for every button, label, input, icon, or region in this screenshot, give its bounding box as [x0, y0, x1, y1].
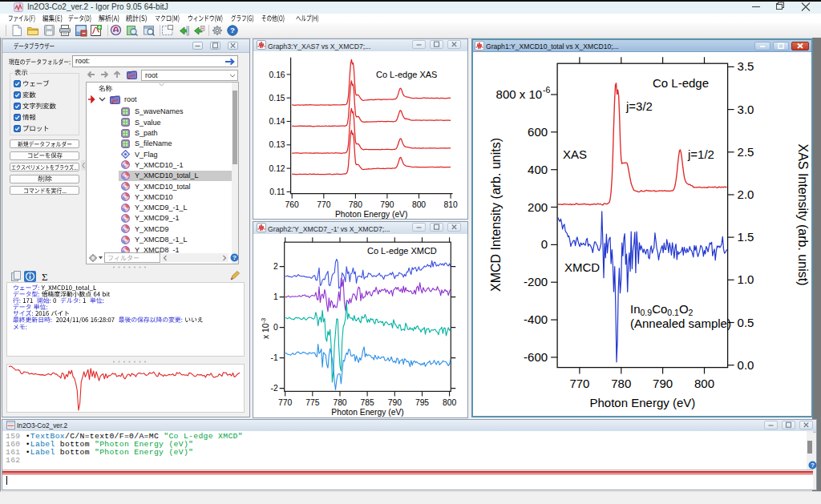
svg-text:0.13: 0.13 [269, 140, 285, 149]
svg-text:1.5: 1.5 [738, 230, 754, 244]
svg-text:800 x 10: 800 x 10 [496, 87, 543, 101]
svg-text:-600: -600 [524, 350, 548, 364]
svg-text:0.12: 0.12 [269, 164, 285, 173]
svg-text:800: 800 [412, 200, 426, 209]
svg-text:(Annealed sample): (Annealed sample) [630, 317, 731, 330]
svg-text:x 10-3: x 10-3 [260, 318, 270, 339]
svg-text:3.0: 3.0 [738, 103, 754, 116]
svg-text:3.5: 3.5 [738, 59, 754, 73]
svg-text:0.0: 0.0 [738, 358, 754, 372]
svg-text:0: 0 [541, 237, 548, 251]
svg-text:2.5: 2.5 [738, 145, 754, 159]
svg-text:-2: -2 [271, 384, 278, 393]
svg-text:1: 1 [273, 292, 278, 301]
svg-text:Co L-edge: Co L-edge [653, 76, 709, 90]
svg-text:780: 780 [611, 377, 631, 390]
svg-text:Photon Energy (eV): Photon Energy (eV) [335, 210, 407, 219]
svg-text:j=3/2: j=3/2 [625, 99, 653, 113]
svg-text:600: 600 [528, 125, 548, 139]
svg-text:-400: -400 [524, 312, 548, 326]
svg-text:Photon Energy (eV): Photon Energy (eV) [590, 396, 696, 409]
svg-text:XAS: XAS [563, 147, 587, 161]
svg-text:760: 760 [285, 200, 299, 209]
svg-text:770: 770 [569, 377, 589, 390]
svg-text:-1: -1 [271, 353, 278, 362]
svg-text:0.11: 0.11 [269, 187, 285, 196]
svg-text:790: 790 [388, 398, 402, 407]
svg-text:-200: -200 [524, 275, 548, 288]
svg-text:0.15: 0.15 [269, 94, 285, 103]
svg-text:775: 775 [305, 398, 319, 407]
svg-text:?: ? [230, 26, 235, 34]
svg-text:2: 2 [273, 262, 278, 271]
svg-text:1.0: 1.0 [738, 272, 754, 286]
svg-text:770: 770 [278, 398, 292, 407]
svg-text:In0.9Co0.1O2: In0.9Co0.1O2 [630, 302, 694, 317]
svg-text:810: 810 [444, 200, 458, 209]
svg-text:400: 400 [528, 163, 548, 176]
svg-text:780: 780 [349, 200, 362, 209]
svg-text:0.5: 0.5 [738, 316, 754, 329]
svg-text:200: 200 [528, 200, 548, 214]
svg-text:770: 770 [317, 200, 330, 209]
svg-text:780: 780 [333, 398, 346, 407]
svg-text:800: 800 [443, 398, 456, 407]
svg-text:Σ: Σ [42, 271, 48, 282]
svg-text:Co L-edge XMCD: Co L-edge XMCD [367, 246, 437, 256]
svg-text:0.14: 0.14 [269, 117, 285, 126]
svg-text:Co L-edge XAS: Co L-edge XAS [376, 70, 437, 79]
svg-text:?: ? [811, 462, 815, 469]
svg-text:790: 790 [380, 200, 394, 209]
svg-text:800: 800 [694, 377, 714, 390]
svg-text:-6: -6 [543, 85, 550, 95]
svg-text:Photon Energy (eV): Photon Energy (eV) [331, 408, 403, 417]
svg-text:790: 790 [653, 377, 673, 390]
svg-text:0.16: 0.16 [269, 71, 285, 79]
svg-text:2.0: 2.0 [738, 187, 754, 201]
svg-text:795: 795 [415, 398, 429, 407]
svg-text:785: 785 [361, 398, 374, 407]
svg-text:XMCD: XMCD [564, 260, 600, 274]
svg-text:?: ? [233, 254, 237, 261]
svg-text:j=1/2: j=1/2 [687, 147, 714, 161]
svg-text:0: 0 [273, 323, 278, 332]
